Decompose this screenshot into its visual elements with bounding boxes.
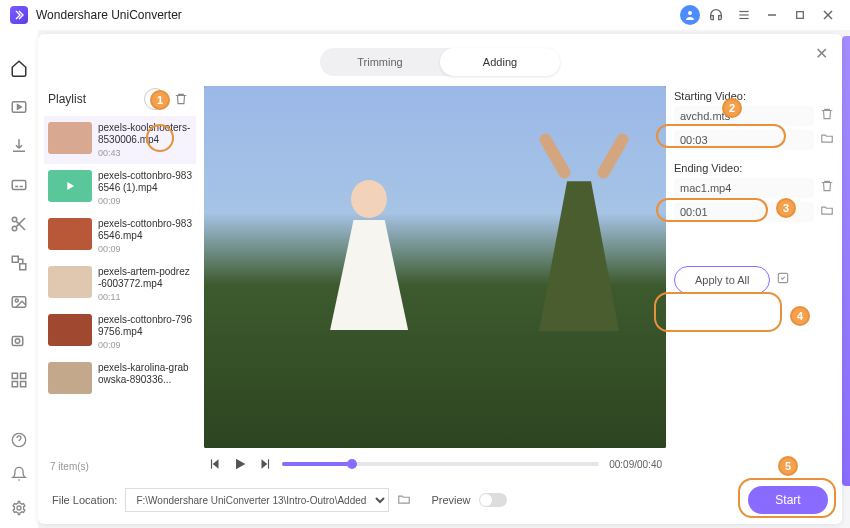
play-button[interactable] xyxy=(232,456,248,472)
playlist-item[interactable]: pexels-cottonbro-7969756.mp400:09 xyxy=(44,308,196,356)
playlist-item-name: pexels-cottonbro-9836546.mp4 xyxy=(98,218,192,242)
playback-controls: 00:09/00:40 xyxy=(204,448,666,476)
svg-point-0 xyxy=(688,11,692,15)
nav-subtitle-icon[interactable] xyxy=(9,175,29,194)
next-frame-button[interactable] xyxy=(258,457,272,471)
svg-rect-5 xyxy=(797,12,804,19)
browse-ending-video-button[interactable] xyxy=(820,203,834,221)
playlist-item[interactable]: pexels-karolina-grabowska-890336... xyxy=(44,356,196,400)
playback-time: 00:09/00:40 xyxy=(609,459,662,470)
nav-notification-icon[interactable] xyxy=(9,464,29,484)
svg-marker-32 xyxy=(213,459,219,468)
tab-trimming[interactable]: Trimming xyxy=(320,48,440,76)
apply-options-icon[interactable] xyxy=(776,271,790,289)
browse-starting-video-button[interactable] xyxy=(820,131,834,149)
tab-adding[interactable]: Adding xyxy=(440,48,560,76)
app-title: Wondershare UniConverter xyxy=(36,8,182,22)
nav-image-icon[interactable] xyxy=(9,293,29,312)
playlist-item-duration: 00:09 xyxy=(98,244,192,254)
nav-toolbox-icon[interactable] xyxy=(9,371,29,390)
delete-starting-video-button[interactable] xyxy=(820,107,834,125)
ending-video-label: Ending Video: xyxy=(674,162,834,174)
headset-support-icon[interactable] xyxy=(704,3,728,27)
playlist-item-name: pexels-artem-podrez-6003772.mp4 xyxy=(98,266,192,290)
delete-from-playlist-button[interactable] xyxy=(170,88,192,110)
hamburger-menu-icon[interactable] xyxy=(732,3,756,27)
svg-rect-21 xyxy=(12,337,23,346)
playlist-item[interactable]: pexels-artem-podrez-6003772.mp400:11 xyxy=(44,260,196,308)
playlist-title: Playlist xyxy=(48,92,140,106)
user-account-icon[interactable] xyxy=(680,5,700,25)
svg-marker-9 xyxy=(18,104,22,109)
playlist-thumbnail xyxy=(48,170,92,202)
nav-home-icon[interactable] xyxy=(9,58,29,77)
svg-point-22 xyxy=(15,339,20,344)
preview-label: Preview xyxy=(431,494,470,506)
svg-rect-17 xyxy=(12,256,18,262)
svg-rect-26 xyxy=(21,382,26,387)
file-location-select[interactable]: F:\Wondershare UniConverter 13\Intro-Out… xyxy=(125,488,389,512)
playlist-item-duration: 00:43 xyxy=(98,148,192,158)
svg-rect-24 xyxy=(21,374,26,379)
playlist-thumbnail xyxy=(48,362,92,394)
starting-video-file: avchd.mts xyxy=(674,106,814,126)
svg-point-14 xyxy=(12,226,17,231)
svg-marker-35 xyxy=(262,459,268,468)
nav-help-icon[interactable] xyxy=(9,430,29,450)
settings-column: Starting Video: avchd.mts 00:03 Ending V… xyxy=(674,86,834,476)
playlist-item-name: pexels-koolshooters-8530006.mp4 xyxy=(98,122,192,146)
bottom-bar: File Location: F:\Wondershare UniConvert… xyxy=(38,476,842,524)
svg-rect-10 xyxy=(12,180,26,189)
preview-toggle[interactable] xyxy=(479,493,507,507)
left-navigation-rail xyxy=(0,30,38,528)
right-accent-strip xyxy=(842,36,850,486)
prev-frame-button[interactable] xyxy=(208,457,222,471)
preview-column: 00:09/00:40 xyxy=(204,86,666,476)
playlist-item-name: pexels-karolina-grabowska-890336... xyxy=(98,362,192,386)
svg-rect-23 xyxy=(12,374,17,379)
start-button[interactable]: Start xyxy=(748,486,828,514)
playlist-items-container: pexels-koolshooters-8530006.mp400:43pexe… xyxy=(44,116,196,457)
add-to-playlist-button[interactable] xyxy=(144,88,166,110)
playlist-item[interactable]: pexels-cottonbro-9836546 (1).mp400:09 xyxy=(44,164,196,212)
playlist-item-duration: 00:09 xyxy=(98,196,192,206)
app-logo xyxy=(10,6,28,24)
ending-video-file: mac1.mp4 xyxy=(674,178,814,198)
nav-player-icon[interactable] xyxy=(9,97,29,116)
close-window-button[interactable] xyxy=(816,3,840,27)
starting-video-duration: 00:03 xyxy=(674,130,814,150)
apply-to-all-button[interactable]: Apply to All xyxy=(674,266,770,294)
svg-rect-33 xyxy=(211,459,212,468)
nav-merge-icon[interactable] xyxy=(9,254,29,273)
playlist-thumbnail xyxy=(48,218,92,250)
playlist-item[interactable]: pexels-koolshooters-8530006.mp400:43 xyxy=(44,116,196,164)
minimize-button[interactable] xyxy=(760,3,784,27)
nav-cut-icon[interactable] xyxy=(9,214,29,233)
playlist-item[interactable]: pexels-cottonbro-9836546.mp400:09 xyxy=(44,212,196,260)
ending-video-duration: 00:01 xyxy=(674,202,814,222)
maximize-button[interactable] xyxy=(788,3,812,27)
playlist-count: 7 item(s) xyxy=(44,457,196,476)
mode-tabs: Trimming Adding xyxy=(320,48,560,76)
file-location-label: File Location: xyxy=(52,494,117,506)
delete-ending-video-button[interactable] xyxy=(820,179,834,197)
seek-bar[interactable] xyxy=(282,462,599,466)
playlist-item-duration: 00:11 xyxy=(98,292,192,302)
svg-rect-18 xyxy=(20,264,26,270)
nav-settings-icon[interactable] xyxy=(9,498,29,518)
nav-record-icon[interactable] xyxy=(9,332,29,351)
playlist-item-name: pexels-cottonbro-7969756.mp4 xyxy=(98,314,192,338)
close-panel-button[interactable]: ✕ xyxy=(815,44,828,63)
playlist-thumbnail xyxy=(48,122,92,154)
playlist-column: Playlist pexels-koolshooters-8530006.mp4… xyxy=(44,86,196,476)
nav-download-icon[interactable] xyxy=(9,136,29,155)
playlist-thumbnail xyxy=(48,314,92,346)
svg-rect-36 xyxy=(268,459,269,468)
svg-point-28 xyxy=(17,506,21,510)
svg-marker-34 xyxy=(236,459,245,470)
titlebar: Wondershare UniConverter xyxy=(0,0,850,30)
video-preview[interactable] xyxy=(204,86,666,448)
open-location-button[interactable] xyxy=(397,492,411,508)
svg-marker-31 xyxy=(67,182,74,190)
playlist-item-duration: 00:09 xyxy=(98,340,192,350)
